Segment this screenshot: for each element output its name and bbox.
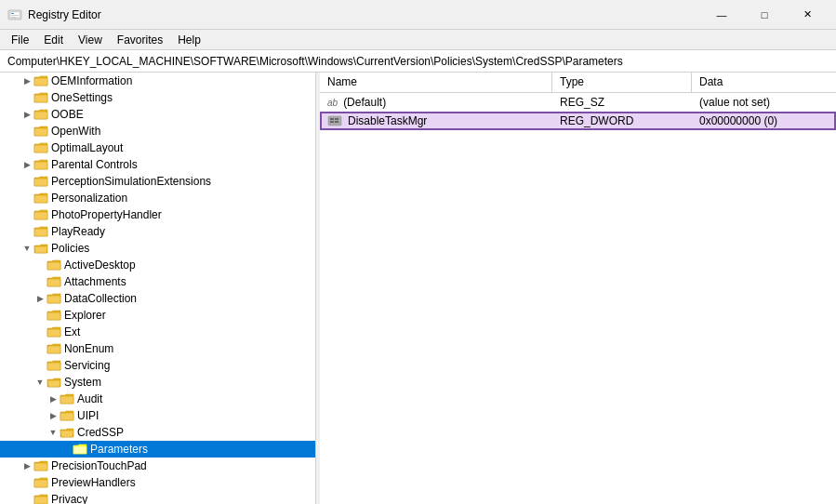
tree-item-PerceptionSimulationExtensions[interactable]: PerceptionSimulationExtensions xyxy=(0,173,315,190)
col-header-data[interactable]: Data xyxy=(692,73,836,92)
folder-icon xyxy=(33,74,48,87)
folder-icon xyxy=(60,409,74,422)
main-content: OEMInformation OneSettings OOBE xyxy=(0,73,836,504)
tree-label-OptimalLayout: OptimalLayout xyxy=(51,139,123,156)
folder-icon xyxy=(46,292,61,305)
folder-icon xyxy=(46,325,61,338)
svg-rect-7 xyxy=(335,118,338,120)
tree-panel[interactable]: OEMInformation OneSettings OOBE xyxy=(0,73,316,504)
tree-item-CredSSP[interactable]: CredSSP xyxy=(0,424,315,441)
window-controls: — □ ✕ xyxy=(700,0,829,30)
tree-item-Personalization[interactable]: Personalization xyxy=(0,190,315,206)
close-button[interactable]: ✕ xyxy=(786,0,829,30)
tree-item-PhotoPropertyHandler[interactable]: PhotoPropertyHandler xyxy=(0,206,315,223)
right-panel: Name Type Data ab (Default) REG_SZ (valu… xyxy=(320,73,836,504)
folder-icon xyxy=(33,158,48,171)
registry-type-DisableTaskMgr: REG_DWORD xyxy=(552,113,692,129)
tree-label-Policies: Policies xyxy=(51,240,89,257)
menu-edit[interactable]: Edit xyxy=(36,32,71,48)
folder-icon xyxy=(33,108,48,121)
tree-item-OneSettings[interactable]: OneSettings xyxy=(0,89,315,106)
tree-item-Audit[interactable]: Audit xyxy=(0,391,315,407)
minimize-button[interactable]: — xyxy=(700,0,743,30)
dword-icon xyxy=(327,114,342,127)
tree-label-Privacy: Privacy xyxy=(51,491,87,504)
tree-label-OEMInformation: OEMInformation xyxy=(51,73,132,89)
app-icon xyxy=(7,7,22,22)
tree-label-PreviewHandlers: PreviewHandlers xyxy=(51,474,136,491)
tree-item-UIPI[interactable]: UIPI xyxy=(0,407,315,424)
tree-item-Policies[interactable]: Policies xyxy=(0,240,315,257)
registry-name-DisableTaskMgr: DisableTaskMgr xyxy=(320,113,552,129)
folder-icon xyxy=(46,259,61,272)
expand-arrow[interactable] xyxy=(46,426,60,439)
tree-item-ParentalControls[interactable]: Parental Controls xyxy=(0,156,315,173)
tree-item-PrecisionTouchPad[interactable]: PrecisionTouchPad xyxy=(0,458,315,474)
menu-help[interactable]: Help xyxy=(170,32,208,48)
tree-label-Ext: Ext xyxy=(64,324,80,340)
tree-item-Attachments[interactable]: Attachments xyxy=(0,273,315,290)
tree-item-Parameters[interactable]: Parameters xyxy=(0,441,315,458)
folder-icon-open xyxy=(33,242,48,255)
folder-icon xyxy=(46,359,61,372)
tree-item-DataCollection[interactable]: DataCollection xyxy=(0,290,315,307)
folder-icon xyxy=(33,91,48,104)
expand-arrow[interactable] xyxy=(20,74,33,87)
tree-label-Servicing: Servicing xyxy=(64,357,110,374)
expand-arrow[interactable] xyxy=(20,459,33,472)
expand-arrow[interactable] xyxy=(46,392,60,405)
expand-arrow[interactable] xyxy=(20,108,33,121)
folder-icon xyxy=(33,493,48,504)
tree-label-Audit: Audit xyxy=(77,391,102,407)
tree-label-OOBE: OOBE xyxy=(51,106,84,123)
tree-item-Privacy[interactable]: Privacy xyxy=(0,491,315,504)
menu-favorites[interactable]: Favorites xyxy=(110,32,170,48)
menu-view[interactable]: View xyxy=(71,32,110,48)
expand-arrow[interactable] xyxy=(33,292,46,305)
tree-item-Servicing[interactable]: Servicing xyxy=(0,357,315,374)
col-header-type[interactable]: Type xyxy=(552,73,692,92)
tree-item-NonEnum[interactable]: NonEnum xyxy=(0,340,315,357)
tree-item-Ext[interactable]: Ext xyxy=(0,324,315,340)
tree-label-System: System xyxy=(64,374,101,391)
folder-icon xyxy=(73,443,87,456)
maximize-button[interactable]: □ xyxy=(743,0,786,30)
tree-label-PlayReady: PlayReady xyxy=(51,223,105,240)
address-path: Computer\HKEY_LOCAL_MACHINE\SOFTWARE\Mic… xyxy=(7,55,623,68)
expand-arrow[interactable] xyxy=(33,376,46,389)
tree-item-OpenWith[interactable]: OpenWith xyxy=(0,123,315,139)
tree-item-Explorer[interactable]: Explorer xyxy=(0,307,315,324)
folder-icon xyxy=(33,175,48,188)
expand-arrow[interactable] xyxy=(20,158,33,171)
folder-icon-open xyxy=(46,376,61,389)
registry-row-DisableTaskMgr[interactable]: DisableTaskMgr REG_DWORD 0x00000000 (0) xyxy=(320,112,836,130)
tree-item-PreviewHandlers[interactable]: PreviewHandlers xyxy=(0,474,315,491)
column-headers: Name Type Data xyxy=(320,73,836,93)
app-title: Registry Editor xyxy=(28,8,101,21)
folder-icon xyxy=(33,208,48,221)
tree-label-OpenWith: OpenWith xyxy=(51,123,100,139)
folder-icon xyxy=(33,141,48,154)
menu-file[interactable]: File xyxy=(4,32,36,48)
col-header-name[interactable]: Name xyxy=(320,73,552,92)
tree-label-CredSSP: CredSSP xyxy=(77,424,124,441)
svg-rect-9 xyxy=(335,121,338,123)
folder-icon xyxy=(33,459,48,472)
tree-item-OOBE[interactable]: OOBE xyxy=(0,106,315,123)
tree-item-System[interactable]: System xyxy=(0,374,315,391)
expand-arrow[interactable] xyxy=(46,409,60,422)
tree-label-UIPI: UIPI xyxy=(77,407,99,424)
tree-item-OEMInformation[interactable]: OEMInformation xyxy=(0,73,315,89)
tree-label-OneSettings: OneSettings xyxy=(51,89,113,106)
address-bar: Computer\HKEY_LOCAL_MACHINE\SOFTWARE\Mic… xyxy=(0,50,836,73)
tree-item-ActiveDesktop[interactable]: ActiveDesktop xyxy=(0,257,315,273)
folder-icon xyxy=(46,275,61,288)
tree-item-OptimalLayout[interactable]: OptimalLayout xyxy=(0,139,315,156)
tree-label-PerceptionSimulationExtensions: PerceptionSimulationExtensions xyxy=(51,173,211,190)
tree-label-PrecisionTouchPad: PrecisionTouchPad xyxy=(51,458,147,474)
tree-item-PlayReady[interactable]: PlayReady xyxy=(0,223,315,240)
string-value-icon: ab xyxy=(327,98,338,108)
folder-icon xyxy=(46,342,61,355)
expand-arrow[interactable] xyxy=(20,242,33,255)
registry-row-default[interactable]: ab (Default) REG_SZ (value not set) xyxy=(320,93,836,112)
